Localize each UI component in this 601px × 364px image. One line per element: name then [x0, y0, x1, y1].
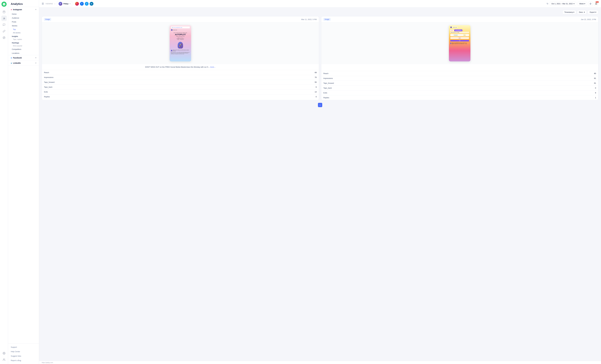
sidebar-item-audience[interactable]: Audience	[8, 16, 39, 20]
date-range-text: Oct 1, 2021 – Mar 31, 2022	[551, 3, 573, 5]
facebook-icon: ●	[11, 57, 12, 59]
settings-nav-icon[interactable]	[1, 351, 7, 356]
metric-exits-1: Exits 9	[321, 90, 598, 95]
sidebar-item-locations[interactable]: Locations	[8, 51, 39, 55]
story-date-1: Jan 22, 2022, 3 PM	[581, 19, 596, 20]
refresh-button[interactable]: ↻	[547, 2, 548, 5]
facebook-platform-icon[interactable]: f	[80, 2, 84, 6]
sidebar-subitem-allstories[interactable]: All stories	[8, 31, 39, 34]
social-platform-icons: I f t in	[75, 2, 94, 6]
sidebar-insights-label: Insights	[8, 34, 39, 38]
sidebar-instagram-header[interactable]: ● Instagram ▾	[8, 7, 39, 12]
inbox-nav-icon[interactable]	[1, 22, 7, 28]
story-metrics-1: Reach 80 Impressions 81 Taps_forward 61 …	[321, 71, 598, 100]
sidebar-facebook-label: Facebook	[13, 57, 22, 59]
sidebar-subitem-top[interactable]: Top	[8, 28, 39, 31]
topbar: ☰ VIEWING › P Pallyy ▾ I f t in ↻ Oct 1,…	[39, 0, 601, 8]
timestamp-filter-label: Timestamp	[564, 11, 573, 13]
sidebar-hashtags-detail[interactable]: Most popular	[8, 44, 39, 47]
date-range-picker[interactable]: Oct 1, 2021 – Mar 31, 2022 ▾	[550, 2, 576, 6]
story-metrics-0: Reach 69 Impressions 70 Taps_forward 55 …	[42, 70, 319, 99]
story-card-0-header: Image Mar 11, 2022, 5 PM	[42, 16, 319, 22]
discover-nav-icon[interactable]	[1, 35, 7, 40]
order-filter[interactable]: Desc. ▾	[577, 10, 587, 14]
workspace-name: Pallyy	[63, 3, 69, 5]
mockup-new-features: NEW features on Pallyy	[450, 32, 469, 33]
metric-tapsback-1: Taps_back 0	[321, 86, 598, 90]
stories-grid: Image Mar 11, 2022, 5 PM 🔗 COCOLLABORATE…	[42, 16, 598, 100]
notifications-button[interactable]: 60+	[594, 2, 598, 6]
metric-reach-0: Reach 69	[42, 70, 319, 75]
linkedin-platform-icon[interactable]: in	[89, 2, 94, 6]
sidebar-facebook-header[interactable]: ● Facebook ▾	[8, 55, 39, 60]
story-card-1-header: Image Jan 22, 2022, 3 PM	[321, 16, 598, 22]
sidebar-insights-detail[interactable]: Taps, replies	[8, 38, 39, 41]
twitter-platform-icon[interactable]: t	[85, 2, 89, 6]
content-area: Timestamp ▾ Desc. ▾ Export ▾ Image Mar 1…	[39, 8, 601, 361]
sidebar-hashtags-label: Hashtags	[8, 41, 39, 44]
story-more-link-0[interactable]: more...	[210, 66, 216, 68]
app-logo[interactable]	[1, 2, 7, 7]
sidebar-section-instagram: ● Instagram ▾ Home Audience Posts Storie…	[8, 7, 39, 55]
mockup-feature-badges: Carousels Story	[450, 34, 469, 36]
menu-icon[interactable]: ☰	[42, 2, 44, 5]
story-date-0: Mar 11, 2022, 5 PM	[301, 19, 317, 20]
sidebar-section-facebook: ● Facebook ▾	[8, 55, 39, 60]
team-nav-icon[interactable]	[1, 357, 7, 362]
workspace-selector[interactable]: P Pallyy ▾	[57, 1, 72, 6]
mockup-reel-badge: Reel	[450, 37, 469, 39]
sidebar-item-posts[interactable]: Posts	[8, 20, 39, 24]
sidebar-section-linkedin: ● LinkedIn ▾	[8, 60, 39, 66]
sidebar-item-home[interactable]: Home	[8, 12, 39, 16]
timestamp-filter[interactable]: Timestamp ▾	[562, 10, 576, 14]
date-range-chevron-icon: ▾	[573, 3, 574, 5]
mockup-footer-1: pallyysocial [NEWS] Today we release our…	[450, 42, 469, 45]
viewing-arrow-icon: ›	[55, 3, 55, 5]
story-card-1: Image Jan 22, 2022, 3 PM pallyysocial ne…	[321, 16, 599, 100]
story-image-area-0[interactable]: 🔗 COCOLLABORATE.COM pallyysocial PUT YOU…	[42, 22, 319, 64]
mockup-new-badge: new. Scheduling	[450, 29, 469, 31]
viewing-label: VIEWING	[46, 3, 53, 5]
sidebar-report-bug[interactable]: Report a Bug	[8, 358, 39, 363]
story-image-area-1[interactable]: pallyysocial new. Scheduling NEW feature…	[321, 22, 598, 64]
svg-rect-0	[3, 11, 5, 13]
instagram-platform-icon[interactable]: I	[75, 2, 79, 6]
sidebar-item-stories[interactable]: Stories	[8, 24, 39, 28]
icon-bar	[0, 0, 8, 364]
topbar-right: ↻ Oct 1, 2021 – Mar 31, 2022 ▾ Week ▾ 60…	[547, 2, 598, 6]
calendar-nav-icon[interactable]	[1, 9, 7, 15]
sidebar-support[interactable]: Support	[8, 345, 39, 349]
analytics-nav-icon[interactable]	[1, 16, 7, 21]
metric-tapsback-0: Taps_back 6	[42, 85, 319, 89]
story-type-badge-1: Image	[323, 18, 331, 21]
mockup-bar-0: 🔗 COCOLLABORATE.COM	[171, 27, 190, 28]
sidebar-suggest-idea[interactable]: Suggest Idea	[8, 354, 39, 358]
export-button[interactable]: Export ▾	[588, 10, 598, 14]
filters-bar: Timestamp ▾ Desc. ▾ Export ▾	[42, 10, 598, 14]
metric-replies-0: Replies 0	[42, 94, 319, 99]
sidebar-linkedin-header[interactable]: ● LinkedIn ▾	[8, 60, 39, 66]
sidebar-helpcenter[interactable]: Help Center	[8, 349, 39, 354]
links-nav-icon[interactable]	[1, 29, 7, 34]
mockup-rocket-icon: 🚀	[171, 42, 190, 48]
metric-replies-1: Replies 1	[321, 95, 598, 100]
linkedin-chevron-icon: ▾	[35, 62, 36, 64]
page-1-button[interactable]: 1	[318, 103, 322, 107]
period-text: Week	[579, 3, 584, 5]
story-caption-1	[321, 64, 598, 71]
mockup-footer-0: pallyysocial Calling all small business …	[171, 50, 190, 54]
sidebar-item-competitors[interactable]: Competitors	[8, 47, 39, 51]
svg-marker-11	[590, 3, 591, 5]
instagram-icon: ●	[11, 9, 12, 11]
story-type-badge-0: Image	[44, 18, 51, 21]
period-chevron-icon: ▾	[584, 3, 585, 5]
sidebar: Analytics ● Instagram ▾ Home Audience Po…	[8, 0, 39, 364]
story-mockup-1: pallyysocial new. Scheduling NEW feature…	[449, 25, 471, 61]
instagram-chevron-icon: ▾	[35, 9, 36, 10]
period-selector[interactable]: Week ▾	[578, 2, 587, 6]
lightning-button[interactable]	[588, 2, 593, 6]
mockup-logo-row-1: pallyysocial	[450, 27, 469, 28]
workspace-avatar: P	[59, 2, 62, 6]
story-card-0: Image Mar 11, 2022, 5 PM 🔗 COCOLLABORATE…	[42, 16, 319, 100]
linkedin-icon: ●	[11, 62, 12, 64]
